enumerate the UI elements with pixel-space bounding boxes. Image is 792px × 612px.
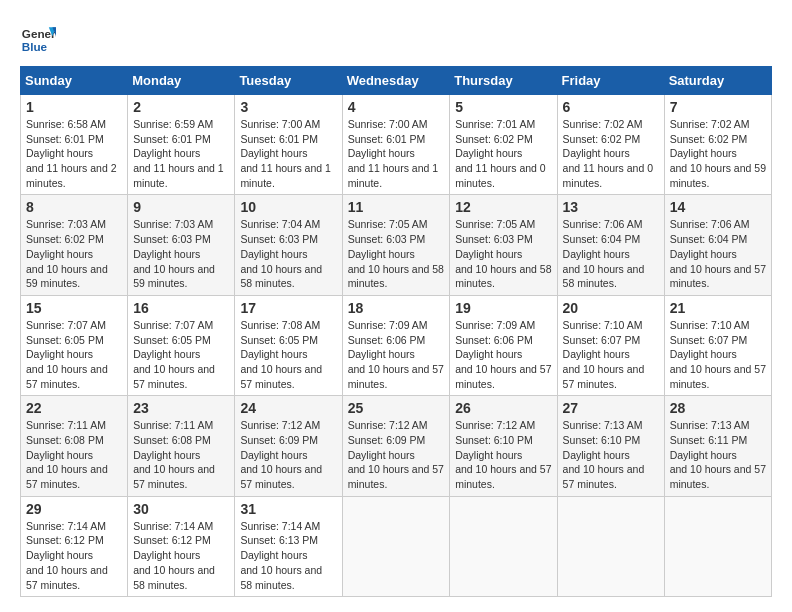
table-row: 12Sunrise: 7:05 AMSunset: 6:03 PMDayligh… bbox=[450, 195, 557, 295]
table-row: 19Sunrise: 7:09 AMSunset: 6:06 PMDayligh… bbox=[450, 295, 557, 395]
table-row: 27Sunrise: 7:13 AMSunset: 6:10 PMDayligh… bbox=[557, 396, 664, 496]
calendar-week-5: 29Sunrise: 7:14 AMSunset: 6:12 PMDayligh… bbox=[21, 496, 772, 596]
svg-text:Blue: Blue bbox=[22, 40, 48, 53]
calendar-week-1: 1Sunrise: 6:58 AMSunset: 6:01 PMDaylight… bbox=[21, 95, 772, 195]
table-row bbox=[342, 496, 450, 596]
page-header: General Blue bbox=[20, 20, 772, 56]
table-row: 20Sunrise: 7:10 AMSunset: 6:07 PMDayligh… bbox=[557, 295, 664, 395]
logo-icon: General Blue bbox=[20, 20, 56, 56]
table-row: 14Sunrise: 7:06 AMSunset: 6:04 PMDayligh… bbox=[664, 195, 771, 295]
table-row: 24Sunrise: 7:12 AMSunset: 6:09 PMDayligh… bbox=[235, 396, 342, 496]
table-row: 7Sunrise: 7:02 AMSunset: 6:02 PMDaylight… bbox=[664, 95, 771, 195]
table-row: 28Sunrise: 7:13 AMSunset: 6:11 PMDayligh… bbox=[664, 396, 771, 496]
table-row: 5Sunrise: 7:01 AMSunset: 6:02 PMDaylight… bbox=[450, 95, 557, 195]
table-row: 10Sunrise: 7:04 AMSunset: 6:03 PMDayligh… bbox=[235, 195, 342, 295]
table-row bbox=[450, 496, 557, 596]
table-row: 3Sunrise: 7:00 AMSunset: 6:01 PMDaylight… bbox=[235, 95, 342, 195]
table-row: 16Sunrise: 7:07 AMSunset: 6:05 PMDayligh… bbox=[128, 295, 235, 395]
table-row: 2Sunrise: 6:59 AMSunset: 6:01 PMDaylight… bbox=[128, 95, 235, 195]
table-row: 29Sunrise: 7:14 AMSunset: 6:12 PMDayligh… bbox=[21, 496, 128, 596]
table-row bbox=[557, 496, 664, 596]
col-header-thursday: Thursday bbox=[450, 67, 557, 95]
table-row: 26Sunrise: 7:12 AMSunset: 6:10 PMDayligh… bbox=[450, 396, 557, 496]
col-header-tuesday: Tuesday bbox=[235, 67, 342, 95]
table-row: 13Sunrise: 7:06 AMSunset: 6:04 PMDayligh… bbox=[557, 195, 664, 295]
table-row: 6Sunrise: 7:02 AMSunset: 6:02 PMDaylight… bbox=[557, 95, 664, 195]
col-header-saturday: Saturday bbox=[664, 67, 771, 95]
table-row: 23Sunrise: 7:11 AMSunset: 6:08 PMDayligh… bbox=[128, 396, 235, 496]
table-row: 22Sunrise: 7:11 AMSunset: 6:08 PMDayligh… bbox=[21, 396, 128, 496]
table-row: 17Sunrise: 7:08 AMSunset: 6:05 PMDayligh… bbox=[235, 295, 342, 395]
table-row: 4Sunrise: 7:00 AMSunset: 6:01 PMDaylight… bbox=[342, 95, 450, 195]
table-row: 18Sunrise: 7:09 AMSunset: 6:06 PMDayligh… bbox=[342, 295, 450, 395]
calendar-week-3: 15Sunrise: 7:07 AMSunset: 6:05 PMDayligh… bbox=[21, 295, 772, 395]
table-row: 30Sunrise: 7:14 AMSunset: 6:12 PMDayligh… bbox=[128, 496, 235, 596]
table-row: 31Sunrise: 7:14 AMSunset: 6:13 PMDayligh… bbox=[235, 496, 342, 596]
table-row: 1Sunrise: 6:58 AMSunset: 6:01 PMDaylight… bbox=[21, 95, 128, 195]
logo: General Blue bbox=[20, 20, 56, 56]
col-header-sunday: Sunday bbox=[21, 67, 128, 95]
calendar-week-2: 8Sunrise: 7:03 AMSunset: 6:02 PMDaylight… bbox=[21, 195, 772, 295]
calendar-week-4: 22Sunrise: 7:11 AMSunset: 6:08 PMDayligh… bbox=[21, 396, 772, 496]
col-header-wednesday: Wednesday bbox=[342, 67, 450, 95]
col-header-friday: Friday bbox=[557, 67, 664, 95]
table-row: 25Sunrise: 7:12 AMSunset: 6:09 PMDayligh… bbox=[342, 396, 450, 496]
table-row bbox=[664, 496, 771, 596]
calendar-table: SundayMondayTuesdayWednesdayThursdayFrid… bbox=[20, 66, 772, 597]
table-row: 15Sunrise: 7:07 AMSunset: 6:05 PMDayligh… bbox=[21, 295, 128, 395]
table-row: 21Sunrise: 7:10 AMSunset: 6:07 PMDayligh… bbox=[664, 295, 771, 395]
col-header-monday: Monday bbox=[128, 67, 235, 95]
table-row: 9Sunrise: 7:03 AMSunset: 6:03 PMDaylight… bbox=[128, 195, 235, 295]
table-row: 11Sunrise: 7:05 AMSunset: 6:03 PMDayligh… bbox=[342, 195, 450, 295]
table-row: 8Sunrise: 7:03 AMSunset: 6:02 PMDaylight… bbox=[21, 195, 128, 295]
